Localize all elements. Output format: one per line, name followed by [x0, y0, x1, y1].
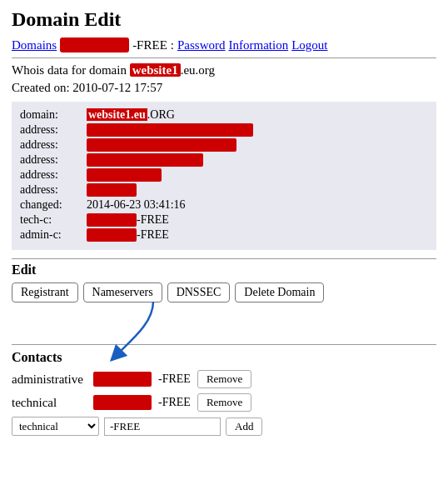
add-contact-row: technical administrative Add [12, 417, 436, 436]
whois-row-adminc: admin-c: -FREE [20, 228, 428, 242]
contacts-top-divider [12, 344, 436, 345]
whois-domain-value-suffix: .ORG [147, 108, 175, 121]
nav-divider [12, 58, 436, 58]
whois-address4-label: address: [20, 168, 87, 182]
whois-address3-label: address: [20, 153, 87, 167]
edit-section-title: Edit [12, 262, 436, 278]
whois-adminc-label: admin-c: [20, 228, 87, 242]
whois-changed-value: 2014-06-23 03:41:16 [87, 198, 428, 212]
whois-row-domain: domain: website1.eu.ORG [20, 108, 428, 122]
contacts-section: Contacts administrative -FREE Remove tec… [12, 350, 436, 436]
whois-domain-value: website1.eu.ORG [87, 108, 428, 122]
contact-redact-administrative [93, 372, 152, 387]
whois-techc-label: tech-c: [20, 213, 87, 227]
registrant-button[interactable]: Registrant [12, 282, 78, 302]
whois-address1-redacted [87, 123, 253, 137]
edit-section: Edit Registrant Nameservers DNSSEC Delet… [12, 262, 436, 302]
page-title: Domain Edit [12, 8, 436, 31]
nav-separator: : [171, 38, 174, 52]
remove-administrative-button[interactable]: Remove [197, 370, 251, 388]
whois-address4-redacted [87, 168, 162, 182]
created-line: Created on: 2010-07-12 17:57 [12, 81, 436, 95]
whois-address5-label: address: [20, 183, 87, 197]
whois-adminc-suffix: -FREE [137, 228, 169, 241]
contact-row-technical: technical -FREE Remove [12, 393, 436, 412]
whois-domain-suffix: .eu.org [181, 63, 215, 77]
contacts-section-title: Contacts [12, 350, 436, 365]
whois-header: Whois data for domain website1.eu.org [12, 63, 436, 78]
contact-free-administrative: -FREE [158, 372, 191, 386]
whois-address5-value [87, 183, 428, 197]
contact-redact-technical [93, 395, 152, 410]
contact-type-select[interactable]: technical administrative [12, 417, 99, 436]
whois-row-techc: tech-c: -FREE [20, 213, 428, 227]
add-contact-button[interactable]: Add [226, 418, 262, 436]
created-label: Created on: [12, 81, 70, 94]
whois-row-address4: address: [20, 168, 428, 182]
whois-domain-label: domain: [20, 108, 87, 122]
nav-free-suffix: -FREE [132, 38, 167, 52]
whois-address3-value [87, 153, 428, 167]
whois-address5-redacted [87, 183, 137, 197]
whois-domain-highlight: website1 [130, 63, 181, 77]
whois-prefix: Whois data for domain [12, 63, 127, 77]
whois-row-address5: address: [20, 183, 428, 197]
whois-domain-value-highlight: website1.eu [87, 108, 147, 121]
contact-free-input[interactable] [104, 418, 221, 436]
whois-row-changed: changed: 2014-06-23 03:41:16 [20, 198, 428, 212]
whois-address3-redacted [87, 153, 203, 167]
whois-address2-label: address: [20, 138, 87, 152]
whois-table: domain: website1.eu.ORG address: address… [12, 102, 436, 250]
edit-buttons-row: Registrant Nameservers DNSSEC Delete Dom… [12, 282, 436, 302]
whois-adminc-redacted [87, 228, 137, 242]
nav-information-link[interactable]: Information [228, 38, 288, 52]
contact-free-technical: -FREE [158, 396, 191, 409]
whois-row-address3: address: [20, 153, 428, 167]
whois-address1-value [87, 123, 428, 137]
delete-domain-button[interactable]: Delete Domain [235, 282, 324, 302]
remove-technical-button[interactable]: Remove [197, 393, 251, 412]
nav-password-link[interactable]: Password [177, 38, 226, 52]
nameservers-button[interactable]: Nameservers [83, 282, 162, 302]
whois-row-address2: address: [20, 138, 428, 152]
dnssec-button[interactable]: DNSSEC [167, 282, 231, 302]
whois-address2-value [87, 138, 428, 152]
whois-adminc-value: -FREE [87, 228, 428, 242]
whois-changed-label: changed: [20, 198, 87, 212]
contact-row-administrative: administrative -FREE Remove [12, 370, 436, 388]
nav-logout-link[interactable]: Logout [291, 38, 327, 52]
whois-techc-value: -FREE [87, 213, 428, 227]
nav-bar: Domains XXXXX -FREE : Password Informati… [12, 38, 436, 52]
whois-address1-label: address: [20, 123, 87, 137]
whois-techc-suffix: -FREE [137, 213, 169, 226]
whois-techc-redacted [87, 213, 137, 227]
nav-domains-link[interactable]: Domains [12, 38, 57, 52]
contact-label-administrative: administrative [12, 372, 87, 387]
whois-row-address1: address: [20, 123, 428, 137]
whois-address4-value [87, 168, 428, 182]
contact-label-technical: technical [12, 396, 87, 410]
edit-top-divider [12, 258, 436, 259]
whois-address2-redacted [87, 138, 236, 152]
nav-account-redacted: XXXXX [60, 38, 129, 52]
created-date: 2010-07-12 17:57 [72, 81, 162, 94]
